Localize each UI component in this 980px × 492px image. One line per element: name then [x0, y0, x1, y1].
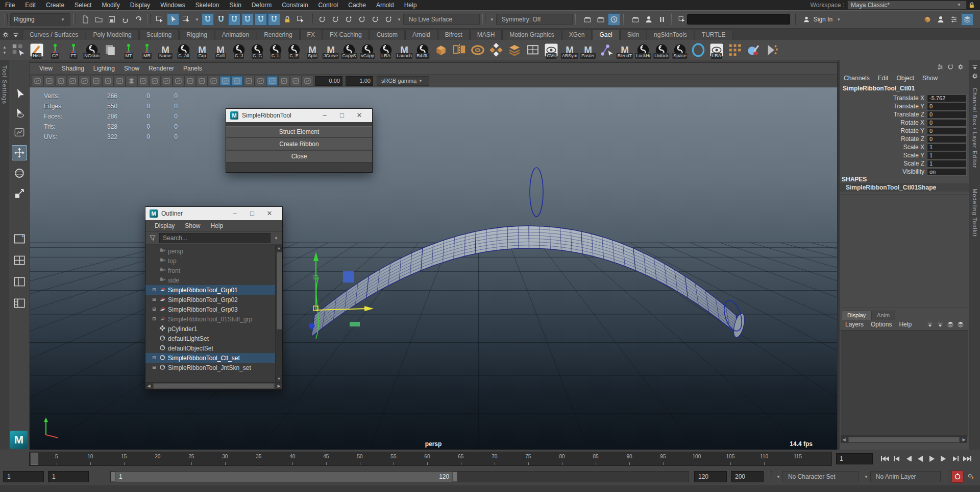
shelf-button-lattice[interactable] [726, 41, 744, 59]
chevron-down-icon[interactable]: ▼ [274, 236, 278, 241]
menu-edit[interactable]: Edit [20, 0, 41, 10]
oversampling-icon[interactable] [102, 76, 114, 86]
dialog-titlebar[interactable]: M SimpleRibbonTool – □ ✕ [226, 109, 372, 122]
close-icon[interactable]: ✕ [351, 109, 368, 122]
channel-label[interactable]: Translate Z [894, 111, 924, 118]
layer-tab-anim[interactable]: Anim [871, 311, 895, 320]
channel-box-menu-edit[interactable]: Edit [874, 75, 893, 82]
shelf-button-rib3l[interactable]: Rib3L [413, 41, 432, 59]
shelf-button-poly-diamond[interactable] [487, 41, 505, 59]
select-camera-icon[interactable] [32, 76, 43, 86]
menu-constrain[interactable]: Constrain [277, 0, 313, 10]
shelf-button-c-l[interactable]: C_L [266, 41, 285, 59]
bookmarks-icon[interactable] [67, 76, 79, 86]
shelf-button-lra[interactable]: LRA [707, 41, 726, 59]
channel-label[interactable]: Scale X [903, 144, 924, 151]
shelf-button-split[interactable]: MSplit [303, 41, 322, 59]
shelf-button-launch[interactable]: MLaunch [395, 41, 413, 59]
collapse-panel-icon[interactable] [970, 62, 979, 72]
channel-value-scale-z[interactable]: 1 [927, 160, 967, 168]
selection-highlight-icon[interactable] [295, 13, 307, 26]
maximize-icon[interactable]: □ [333, 109, 351, 122]
scrollbar-thumb[interactable] [153, 383, 275, 389]
wireframe-icon[interactable] [208, 76, 219, 86]
struct-element-button[interactable]: Struct Element [226, 126, 372, 138]
new-empty-layer-icon[interactable] [946, 320, 955, 329]
scrollbar-thumb[interactable] [848, 437, 960, 442]
ipr-render-icon[interactable] [595, 13, 607, 26]
tab-tool-settings[interactable]: Tool Settings [2, 65, 8, 104]
range-slider-track[interactable]: 1 120 [110, 471, 689, 482]
shelf-tab-rendering[interactable]: Rendering [257, 30, 299, 40]
move-layer-up-icon[interactable] [925, 320, 935, 329]
anim-layer-dropdown[interactable]: No Anim Layer [870, 471, 941, 482]
shelf-button-paint[interactable] [744, 41, 763, 59]
move-tool[interactable] [12, 145, 27, 160]
channel-manip-icon[interactable] [936, 62, 945, 72]
menu-display[interactable]: Display [125, 0, 155, 10]
outliner-item-pcylinder1[interactable]: pCylinder1 [145, 324, 282, 334]
layer-menu-layers[interactable]: Layers [842, 321, 867, 328]
render-current-frame-icon[interactable] [581, 13, 594, 26]
input-connections-icon[interactable] [316, 13, 328, 26]
animation-end-field[interactable]: 200 [731, 471, 764, 482]
outliner-item-simpleribbontool-jntskn-set[interactable]: ⊞SimpleRibbonTool_JntSkn_set [145, 363, 282, 372]
symmetry-field[interactable]: Symmetry: Off [496, 14, 573, 25]
shelf-tab-menu-icon[interactable] [11, 30, 20, 39]
shelf-tab-gael[interactable]: Gael [592, 30, 619, 40]
range-grip[interactable] [769, 471, 772, 482]
menu-control[interactable]: Control [313, 0, 344, 10]
layout-four-pane[interactable] [12, 253, 27, 268]
range-start-handle[interactable] [111, 472, 116, 482]
outliner-item-simpleribbontool-grp03[interactable]: ⊞SimpleRibbonTool_Grp03 [145, 304, 282, 314]
workspace-lock-icon[interactable] [967, 1, 976, 10]
channel-value-scale-x[interactable]: 1 [927, 144, 967, 151]
snap-view-plane-icon[interactable] [255, 13, 267, 26]
persp-ortho-icon[interactable] [921, 13, 934, 26]
shelf-tab-mash[interactable]: MASH [470, 30, 502, 40]
outliner-item-front[interactable]: front [145, 266, 282, 275]
shelf-button-c-c[interactable]: C_C [248, 41, 266, 59]
shelf-button-paster[interactable]: MPaster [579, 41, 597, 59]
workspace-dropdown[interactable]: Maya Classic* ▼ [847, 1, 967, 10]
use-all-lights-icon[interactable] [243, 76, 255, 86]
shelf-button-poly-torus[interactable] [469, 41, 487, 59]
maximize-icon[interactable]: □ [243, 207, 261, 220]
range-end-handle[interactable] [452, 472, 457, 482]
tab-modeling-toolkit[interactable]: Modeling Toolkit [972, 189, 978, 237]
shelf-button-marking[interactable] [9, 41, 28, 59]
camera-attributes-icon[interactable] [55, 76, 67, 86]
sign-in-dropdown[interactable]: Sign In ▼ [798, 15, 846, 24]
scroll-right-icon[interactable]: ▶ [276, 384, 282, 388]
channel-settings-icon[interactable] [956, 62, 965, 72]
channel-value-rotate-x[interactable]: 0 [927, 119, 967, 127]
statusline-grip[interactable] [671, 14, 674, 25]
menu-skeleton[interactable]: Skeleton [190, 0, 225, 10]
statusline-grip[interactable] [310, 14, 313, 25]
construction-history-icon[interactable] [342, 13, 355, 26]
horizontal-scrollbar[interactable]: ◀ ▶ [841, 436, 967, 443]
motion-blur-icon[interactable] [278, 76, 290, 86]
playback-start-field[interactable]: 1 [48, 471, 89, 482]
history-chevron-icon[interactable]: ▼ [397, 17, 401, 22]
textured-icon[interactable] [231, 76, 243, 86]
play-backward-button[interactable] [914, 453, 926, 465]
resolution-gate-icon[interactable] [149, 76, 161, 86]
outliner-item-persp[interactable]: persp [145, 246, 282, 256]
selected-object-name[interactable]: SimpleRibbonTool_Ctl01 [843, 85, 915, 92]
scroll-left-icon[interactable]: ◀ [841, 437, 847, 442]
image-plane-icon[interactable] [79, 76, 90, 86]
channel-label[interactable]: Visibility [902, 168, 924, 175]
display-layers-icon[interactable] [961, 13, 973, 26]
menu-select[interactable]: Select [69, 0, 96, 10]
range-grip[interactable] [946, 471, 949, 482]
channel-label[interactable]: Rotate Y [901, 127, 924, 134]
menu-deform[interactable]: Deform [247, 0, 277, 10]
expand-icon[interactable]: ⊞ [152, 307, 159, 312]
shelf-down-arrow-icon[interactable]: ▼ [3, 51, 7, 55]
menu-arnold[interactable]: Arnold [371, 0, 399, 10]
outliner-menu-show[interactable]: Show [180, 222, 205, 229]
output-connections-icon[interactable] [329, 13, 341, 26]
new-layer-from-selected-icon[interactable] [956, 320, 965, 329]
shelf-button-clipboard[interactable] [101, 41, 119, 59]
